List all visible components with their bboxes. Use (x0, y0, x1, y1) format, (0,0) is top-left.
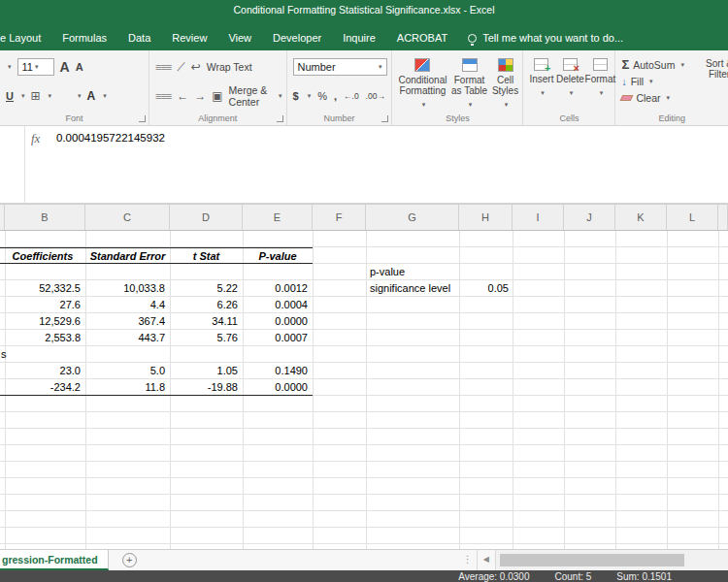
grid-cell[interactable]: 367.4 (85, 313, 170, 330)
column-header-J[interactable]: J (564, 205, 615, 230)
grid-cell[interactable]: 443.7 (85, 330, 170, 346)
grid-cell[interactable] (170, 346, 243, 363)
orientation-icon[interactable]: ⟋ (177, 61, 184, 73)
tell-me-box[interactable]: Tell me what you want to do... (468, 32, 623, 44)
grid-cell[interactable]: 27.6 (0, 297, 85, 313)
tab-view[interactable]: View (217, 25, 262, 50)
tab-developer[interactable]: Developer (262, 25, 332, 50)
grid-cell[interactable]: 10,033.8 (85, 280, 170, 297)
worksheet-grid[interactable]: Coefficients Standard Error t Stat P-val… (0, 231, 728, 549)
grid-cell[interactable] (243, 346, 313, 363)
column-header-G[interactable]: G (366, 205, 459, 230)
formula-bar-value[interactable]: 0.0004195722145932 (56, 132, 165, 144)
number-format-combo[interactable]: Number ▾ (293, 58, 387, 76)
grid-cell[interactable] (85, 346, 170, 363)
new-sheet-button[interactable]: + (122, 553, 137, 567)
font-color-dropdown-icon[interactable]: ▾ (103, 92, 107, 100)
grid-cell[interactable] (0, 346, 85, 363)
delete-cells-button[interactable]: × Delete ▾ (556, 56, 583, 110)
sort-filter-button[interactable]: Sort & Filter (697, 56, 728, 80)
horizontal-scrollbar-thumb[interactable] (500, 554, 684, 566)
accounting-dropdown-icon[interactable]: ▾ (308, 92, 312, 100)
grid-cell[interactable]: Standard Error (85, 248, 170, 264)
grid-cell[interactable]: 23.0 (0, 363, 85, 379)
tab-page-layout[interactable]: e Layout (0, 25, 51, 50)
grid-cell[interactable]: -234.2 (0, 379, 85, 395)
partial-row-label[interactable]: s (1, 346, 7, 362)
column-header-E[interactable]: E (243, 205, 313, 230)
increase-font-size-icon[interactable]: A (60, 59, 70, 75)
horizontal-align-icons[interactable]: ≡≡≡ (155, 90, 171, 102)
insert-cells-button[interactable]: + Insert ▾ (529, 56, 553, 110)
merge-dropdown-icon[interactable]: ▾ (279, 92, 282, 100)
alignment-dialog-launcher-icon[interactable] (277, 115, 283, 122)
grid-cell[interactable]: 0.0000 (243, 379, 313, 395)
tab-data[interactable]: Data (117, 25, 161, 50)
column-header-F[interactable]: F (313, 205, 366, 230)
grid-cell[interactable]: 0.0000 (243, 313, 313, 330)
grid-cell[interactable]: 6.26 (170, 297, 243, 313)
grid-cell[interactable]: 5.76 (170, 330, 243, 346)
grid-cell[interactable]: 1.05 (170, 363, 243, 379)
tab-formulas[interactable]: Formulas (51, 25, 117, 50)
significance-label-cell[interactable]: significance level (370, 280, 459, 297)
increase-indent-icon[interactable]: → (194, 90, 206, 102)
column-header-K[interactable]: K (615, 205, 667, 230)
decrease-decimal-button[interactable]: .00→ (366, 91, 385, 101)
column-header-L[interactable]: L (667, 205, 718, 230)
column-header-H[interactable]: H (459, 205, 513, 230)
grid-cell[interactable]: 0.1490 (243, 363, 313, 379)
conditional-formatting-button[interactable]: Conditional Formatting ▾ (398, 56, 447, 110)
column-header-C[interactable]: C (85, 205, 170, 230)
formula-bar[interactable]: fx 0.0004195722145932 (0, 126, 728, 204)
scroll-left-icon[interactable]: ◀ (477, 550, 495, 570)
clear-button[interactable]: Clear ▾ (621, 89, 724, 106)
percent-style-button[interactable]: % (317, 90, 327, 102)
grid-cell[interactable]: 0.0007 (243, 330, 313, 346)
grid-cell[interactable]: 2,553.8 (0, 330, 85, 346)
p-value-label-cell[interactable]: p-value (370, 264, 459, 280)
fill-color-button[interactable] (57, 90, 70, 103)
grid-cell[interactable]: 0.0004 (243, 297, 313, 313)
grid-cell[interactable]: 5.0 (85, 363, 170, 379)
significance-value-cell[interactable]: 0.05 (459, 280, 509, 297)
vertical-align-icons[interactable]: ≡≡≡ (155, 61, 171, 73)
tab-review[interactable]: Review (161, 25, 217, 50)
grid-cell[interactable]: 0.0012 (243, 280, 313, 297)
decrease-indent-icon[interactable]: ← (177, 90, 188, 102)
font-name-dropdown-icon[interactable]: ▾ (8, 63, 12, 71)
cell-styles-button[interactable]: Cell Styles ▾ (492, 56, 519, 110)
grid-cell[interactable]: 52,332.5 (0, 280, 85, 297)
fill-color-dropdown-icon[interactable]: ▾ (78, 92, 82, 100)
wrap-text-button[interactable]: Wrap Text (207, 61, 252, 73)
column-header-partial[interactable] (718, 205, 728, 230)
column-header-B[interactable]: B (5, 205, 85, 230)
tab-splitter-icon[interactable]: ⋮ (459, 550, 477, 570)
merge-center-button[interactable]: Merge & Center (229, 84, 271, 108)
grid-cell[interactable]: Coefficients (0, 248, 85, 264)
format-as-table-button[interactable]: Format as Table ▾ (450, 56, 487, 110)
font-color-button[interactable]: A (87, 91, 96, 101)
grid-cell[interactable]: 4.4 (85, 297, 170, 313)
increase-decimal-button[interactable]: ←.0 (344, 91, 359, 101)
grid-cell[interactable]: 34.11 (170, 313, 243, 330)
tab-acrobat[interactable]: ACROBAT (386, 25, 458, 50)
underline-button[interactable]: U (6, 90, 14, 102)
format-cells-button[interactable]: Format ▾ (586, 56, 613, 110)
column-header-I[interactable]: I (513, 205, 564, 230)
borders-dropdown-icon[interactable]: ▾ (49, 92, 52, 100)
comma-style-button[interactable]: , (334, 90, 337, 102)
grid-cell[interactable]: 11.8 (85, 379, 170, 395)
decrease-font-size-icon[interactable]: A (76, 61, 83, 73)
underline-dropdown-icon[interactable]: ▾ (21, 92, 25, 100)
grid-cell[interactable]: 5.22 (170, 280, 243, 297)
font-dialog-launcher-icon[interactable] (139, 115, 146, 122)
grid-cell[interactable]: 12,529.6 (0, 313, 85, 330)
tab-inquire[interactable]: Inquire (332, 25, 386, 50)
accounting-format-button[interactable]: $ (293, 90, 299, 102)
sheet-tab-regression-formatted[interactable]: gression-Formatted (0, 550, 109, 570)
number-dialog-launcher-icon[interactable] (381, 115, 388, 122)
grid-cell[interactable]: t Stat (170, 248, 243, 264)
grid-cell[interactable]: -19.88 (170, 379, 243, 395)
insert-function-button[interactable]: fx (31, 131, 40, 146)
